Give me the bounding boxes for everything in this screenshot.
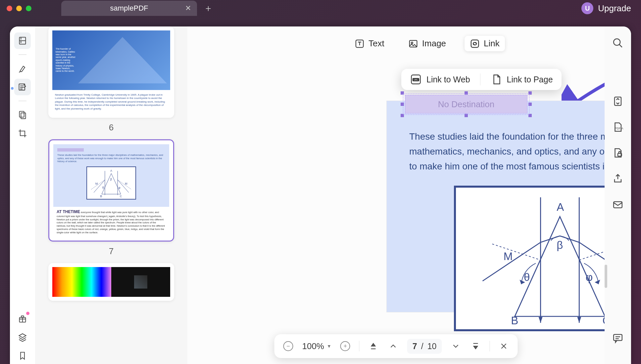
last-page-button[interactable] [470, 340, 482, 352]
svg-rect-49 [614, 202, 622, 208]
svg-text:φ: φ [586, 271, 593, 283]
page-content: No Destination These studies laid the fo… [386, 101, 605, 312]
link-to-page-button[interactable]: Link to Page [490, 73, 553, 85]
svg-line-34 [579, 244, 605, 260]
window-maximize-button[interactable] [26, 6, 31, 11]
edit-content-tool-button[interactable] [14, 79, 31, 95]
svg-rect-50 [614, 335, 622, 341]
svg-rect-2 [20, 112, 24, 117]
crop-tool-button[interactable] [14, 125, 31, 142]
svg-point-45 [614, 39, 620, 45]
thumbnails-panel-button[interactable] [14, 32, 31, 49]
zoom-in-button[interactable]: + [339, 340, 351, 352]
scrollbar-thumb[interactable] [605, 265, 607, 288]
edit-text-tool[interactable]: Text [349, 36, 390, 51]
window-minimize-button[interactable] [16, 6, 22, 11]
layers-button[interactable] [14, 329, 31, 345]
zoom-out-button[interactable]: − [282, 340, 294, 352]
close-bar-button[interactable] [498, 340, 510, 352]
svg-text:M: M [125, 182, 127, 185]
page-number-input[interactable]: 7 / 10 [407, 339, 442, 354]
share-button[interactable] [611, 172, 624, 185]
upgrade-label: Upgrade [598, 3, 631, 14]
svg-line-33 [492, 244, 541, 260]
svg-text:URL: URL [414, 79, 418, 81]
gift-button[interactable] [14, 310, 31, 327]
next-page-button[interactable] [450, 340, 462, 352]
svg-rect-23 [471, 40, 479, 47]
body-paragraph: These studies laid the foundation for th… [409, 129, 605, 174]
svg-text:B: B [511, 315, 518, 327]
zoom-level-dropdown[interactable]: 100% ▼ [302, 341, 331, 351]
svg-text:B: B [100, 195, 102, 198]
page-thumbnail-7[interactable]: These studies laid the foundation for th… [48, 139, 174, 242]
window-close-button[interactable] [7, 6, 12, 11]
page-thumbnail-8[interactable] [48, 263, 174, 301]
protect-button[interactable] [611, 146, 624, 159]
user-avatar: U [581, 2, 593, 14]
svg-text:β: β [110, 178, 112, 181]
document-view[interactable]: Text Image Link URL Link to Web Link to … [187, 26, 605, 364]
document-tab[interactable]: samplePDF ✕ [61, 1, 197, 16]
thumbnail-label: 6 [48, 122, 174, 133]
link-to-web-button[interactable]: URL Link to Web [410, 73, 470, 85]
thumbnail-panel[interactable]: The founder of kinematics, Galileo was b… [35, 26, 187, 364]
first-page-button[interactable] [368, 340, 379, 352]
right-toolbar: PDF/A [605, 26, 631, 364]
svg-text:A: A [110, 169, 112, 173]
svg-text:θ: θ [524, 271, 530, 283]
svg-text:C: C [120, 195, 122, 198]
page-thumbnail-6[interactable]: The founder of kinematics, Galileo was b… [48, 26, 174, 118]
link-annotation[interactable]: No Destination [405, 95, 527, 114]
chevron-down-icon: ▼ [327, 343, 331, 349]
previous-page-button[interactable] [387, 340, 399, 352]
highlighter-tool-button[interactable] [14, 60, 31, 77]
left-toolbar [10, 26, 35, 364]
upgrade-button[interactable]: U Upgrade [581, 2, 631, 14]
tab-title: samplePDF [110, 4, 148, 13]
svg-marker-7 [102, 173, 121, 194]
search-button[interactable] [611, 36, 624, 50]
comments-button[interactable] [611, 332, 624, 345]
bookmark-button[interactable] [14, 347, 31, 364]
email-button[interactable] [611, 198, 624, 211]
svg-text:θ: θ [102, 186, 104, 189]
convert-button[interactable] [611, 95, 624, 108]
edit-toolbar: Text Image Link [349, 36, 505, 51]
svg-rect-3 [21, 113, 25, 119]
new-tab-button[interactable]: ＋ [204, 2, 213, 15]
pdfa-button[interactable]: PDF/A [611, 120, 624, 134]
thumbnail-label: 7 [48, 246, 174, 256]
svg-text:M: M [504, 250, 513, 262]
svg-text:PDF/A: PDF/A [615, 127, 623, 130]
svg-text:A: A [557, 201, 564, 213]
svg-text:C: C [602, 315, 605, 327]
svg-text:β: β [557, 239, 563, 251]
svg-marker-30 [515, 217, 605, 317]
edit-link-tool[interactable]: Link [465, 36, 505, 51]
svg-point-22 [411, 42, 413, 44]
edit-image-tool[interactable]: Image [403, 36, 451, 51]
svg-text:M: M [95, 182, 98, 185]
organize-pages-button[interactable] [14, 107, 31, 123]
link-type-popup: URL Link to Web Link to Page [401, 69, 562, 90]
prism-diagram: A M M B C β θ φ [454, 186, 605, 331]
close-tab-icon[interactable]: ✕ [185, 4, 191, 13]
view-control-bar: − 100% ▼ + 7 / 10 [274, 334, 518, 358]
svg-text:φ: φ [119, 186, 121, 189]
